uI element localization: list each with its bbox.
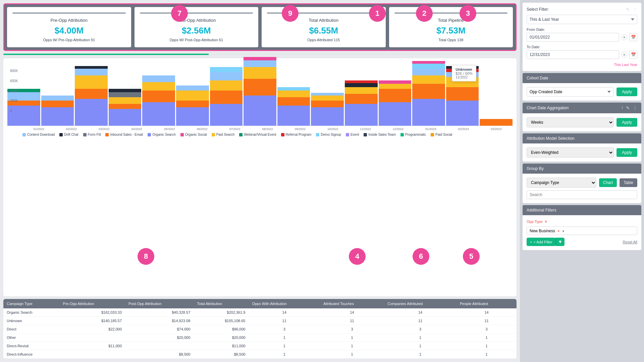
attribution-model-apply-button[interactable]: Apply xyxy=(616,148,637,157)
group-by-header: Group By xyxy=(523,164,641,174)
cell-total: $202,361.9 xyxy=(194,308,249,317)
attribution-model-header: Attribution Model Selection xyxy=(523,133,641,143)
total-attribution-value: $6.55M xyxy=(267,25,380,36)
table-body: Organic Search $162,033.33 $40,328.57 $2… xyxy=(3,308,517,359)
legend-webinar: Webinar/Virtual Event xyxy=(239,133,276,136)
cell-companies: 1 xyxy=(384,334,457,342)
chevron-down-icon: ▼ xyxy=(562,230,565,233)
bar-group-12 xyxy=(379,80,412,126)
cohort-select[interactable]: Opp Created Date Opp Close Date xyxy=(527,87,614,97)
cell-pre-opp: $11,000 xyxy=(59,342,125,350)
total-pipeline-title: Total Pipeline xyxy=(394,18,508,23)
table-section: Campaign Type Pre-Opp Attribution Post-O… xyxy=(3,299,517,359)
cell-opps: 3 xyxy=(249,325,320,334)
cell-touches: 3 xyxy=(320,325,384,334)
cell-total: $8,500 xyxy=(194,350,249,359)
post-opp-card: Post-Opp Attribution $2.56M Opps W/ Post… xyxy=(135,7,259,47)
right-sidebar: Select Filter: ✎ ⋮ This & Last Year This… xyxy=(520,0,644,362)
chart-progress-fill xyxy=(3,54,209,55)
col-people-attributed: People Attributed xyxy=(457,299,517,308)
cell-campaign: Unknown xyxy=(3,317,59,325)
pre-opp-value: $4.00M xyxy=(12,25,126,36)
edit-icon[interactable]: ✎ xyxy=(626,7,630,12)
chart-legend: Content Download Drift Chat Form Fill In… xyxy=(22,133,513,136)
new-business-row: New Business ✕ ▼ xyxy=(527,227,637,235)
opp-type-x-icon[interactable]: ✕ xyxy=(544,220,547,224)
filter-select[interactable]: This & Last Year This Year Last Year Cus… xyxy=(527,15,637,24)
aggregation-select-row: Weeks Days Months Quarters Apply xyxy=(527,117,637,127)
new-business-label: New Business xyxy=(530,229,555,233)
cohort-apply-button[interactable]: Apply xyxy=(616,87,637,96)
new-business-clear-btn[interactable]: ✕ xyxy=(556,228,560,233)
add-filter-button[interactable]: + + Add Filter xyxy=(527,238,555,246)
new-business-dropdown-btn[interactable]: ▼ xyxy=(562,228,565,233)
cell-touches: 14 xyxy=(320,308,384,317)
search-row xyxy=(527,190,637,199)
attribution-model-row: Even-Weighted First Touch Last Touch U-S… xyxy=(527,147,637,158)
cell-companies: 14 xyxy=(384,308,457,317)
table-view-button[interactable]: Table xyxy=(620,178,637,187)
aggregation-select[interactable]: Weeks Days Months Quarters xyxy=(527,117,614,127)
aggregation-apply-button[interactable]: Apply xyxy=(616,118,637,127)
legend-drift-chat: Drift Chat xyxy=(59,133,78,136)
aggregation-more-icon[interactable]: ⋮ xyxy=(633,105,637,111)
aggregation-section: Chart Date Aggregation ℹ ✎ ⋮ Weeks Days … xyxy=(523,103,641,131)
attribution-model-select[interactable]: Even-Weighted First Touch Last Touch U-S… xyxy=(527,147,614,158)
post-opp-title: Post-Opp Attribution xyxy=(140,18,253,23)
this-last-year-label[interactable]: This Last Year xyxy=(614,63,637,67)
legend-content-download: Content Download xyxy=(22,133,55,136)
cell-post-opp: $14,923.08 xyxy=(125,317,194,325)
group-by-select[interactable]: Campaign Type Campaign Name Channel xyxy=(527,178,596,188)
total-attribution-title: Total Attribution xyxy=(267,18,380,23)
chart-progress-bar xyxy=(3,54,517,55)
cell-opps: 11 xyxy=(249,317,320,325)
add-filter-dropdown-btn[interactable]: ▼ xyxy=(555,238,564,246)
col-attributed-touches: Attributed Touches xyxy=(320,299,384,308)
bar-group-6 xyxy=(176,85,209,126)
legend-paid-social: Paid Social xyxy=(431,133,452,136)
to-date-clear-btn[interactable]: ✕ xyxy=(621,52,627,58)
col-companies-attributed: Companies Attributed xyxy=(384,299,457,308)
from-date-input[interactable] xyxy=(527,33,619,42)
from-date-label: From Date: xyxy=(527,27,637,32)
bar-group-9 xyxy=(277,87,310,126)
aggregation-edit-icon[interactable]: ✎ xyxy=(626,105,630,111)
total-pipeline-value: $7.53M xyxy=(394,25,508,36)
bar-group-7 xyxy=(210,67,243,126)
col-post-opp: Post-Opp Attribution xyxy=(125,299,194,308)
legend-inbound-sales-email: Inbound Sales - Email xyxy=(105,133,143,136)
cell-post-opp: $40,328.57 xyxy=(125,308,194,317)
additional-filters-header: Additional Filters xyxy=(523,205,641,215)
to-date-input[interactable] xyxy=(527,50,619,59)
cell-campaign: Other xyxy=(3,334,59,342)
bar-group-11 xyxy=(345,80,378,126)
cell-opps: 1 xyxy=(249,334,320,342)
filter-actions-row: + + Add Filter ▼ Reset All xyxy=(527,238,637,246)
legend-event: Event xyxy=(346,133,359,136)
bar-group-15 xyxy=(480,119,513,126)
bar-group-10 xyxy=(311,93,344,126)
chart-section: Unknown $2K / 60% 11/2022 800K 600K 400K… xyxy=(3,58,517,296)
cell-companies: 1 xyxy=(384,350,457,359)
to-date-calendar-btn[interactable]: 📅 xyxy=(629,51,637,59)
pre-opp-title: Pre-Opp Attribution xyxy=(12,18,126,23)
bar-group-4 xyxy=(109,89,142,126)
search-input[interactable] xyxy=(527,190,637,199)
cell-people: 1 xyxy=(457,334,517,342)
from-date-clear-btn[interactable]: ✕ xyxy=(621,34,627,40)
cell-opps: 14 xyxy=(249,308,320,317)
from-date-calendar-btn[interactable]: 📅 xyxy=(629,33,637,41)
more-icon[interactable]: ⋮ xyxy=(633,7,637,12)
chart-view-button[interactable]: Chart xyxy=(599,178,617,187)
reset-all-button[interactable]: Reset All xyxy=(623,240,637,244)
col-opps-with-attr: Opps With Attribution xyxy=(249,299,320,308)
aggregation-info-icon[interactable]: ℹ xyxy=(622,105,623,111)
cell-total: $20,000 xyxy=(194,334,249,342)
chart-bars xyxy=(7,62,513,126)
cohort-select-row: Opp Created Date Opp Close Date Apply xyxy=(527,87,637,97)
pre-opp-card: Pre-Opp Attribution $4.00M Opps W/ Pre-O… xyxy=(7,7,131,47)
cell-pre-opp xyxy=(59,350,125,359)
filter-section-icons: ✎ ⋮ xyxy=(626,7,637,12)
cell-companies: 1 xyxy=(384,342,457,350)
cell-total: $155,108.65 xyxy=(194,317,249,325)
